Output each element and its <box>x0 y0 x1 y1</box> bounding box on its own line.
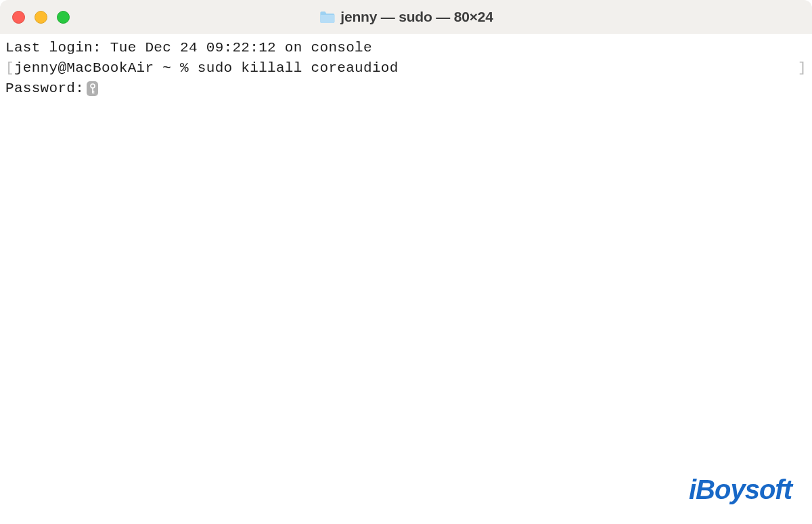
prompt-left-bracket: [ <box>5 60 14 76</box>
svg-rect-1 <box>92 87 93 93</box>
folder-icon <box>319 10 335 24</box>
key-icon <box>87 81 98 96</box>
terminal-line-last-login: Last login: Tue Dec 24 09:22:12 on conso… <box>5 38 807 58</box>
window-title-container: jenny — sudo — 80×24 <box>319 9 493 25</box>
terminal-body[interactable]: Last login: Tue Dec 24 09:22:12 on conso… <box>0 34 812 524</box>
titlebar[interactable]: jenny — sudo — 80×24 <box>0 0 812 34</box>
minimize-button[interactable] <box>35 11 47 24</box>
traffic-lights <box>12 11 70 24</box>
watermark-logo: iBoysoft <box>689 471 792 509</box>
svg-point-0 <box>91 84 95 88</box>
close-button[interactable] <box>12 11 25 24</box>
password-label: Password: <box>5 79 84 99</box>
maximize-button[interactable] <box>57 11 70 24</box>
prompt-right-bracket: ] <box>798 58 807 79</box>
command-text: jenny@MacBookAir ~ % sudo killall coreau… <box>14 60 399 76</box>
terminal-line-command: [jenny@MacBookAir ~ % sudo killall corea… <box>5 58 807 79</box>
terminal-window: jenny — sudo — 80×24 Last login: Tue Dec… <box>0 0 812 524</box>
svg-rect-3 <box>92 92 94 93</box>
terminal-line-password: Password: <box>5 79 807 99</box>
svg-rect-2 <box>92 91 94 92</box>
window-title: jenny — sudo — 80×24 <box>340 9 493 25</box>
